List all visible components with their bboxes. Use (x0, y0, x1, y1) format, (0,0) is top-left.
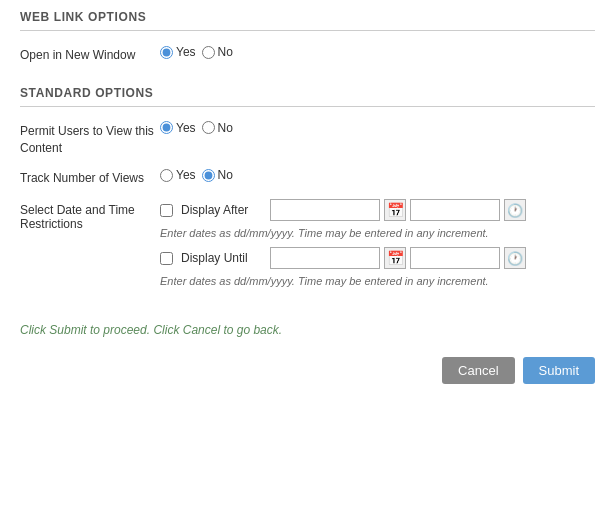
display-until-calendar-button[interactable]: 📅 (384, 247, 406, 269)
open-in-new-window-no-label: No (218, 45, 233, 59)
permit-users-label: Permit Users to View this Content (20, 121, 160, 157)
display-after-calendar-button[interactable]: 📅 (384, 199, 406, 221)
permit-users-radio-group: Yes No (160, 121, 233, 135)
open-in-new-window-no-radio[interactable] (202, 46, 215, 59)
permit-users-no-label: No (218, 121, 233, 135)
display-after-hint: Enter dates as dd/mm/yyyy. Time may be e… (160, 227, 526, 239)
track-views-radio-group: Yes No (160, 168, 233, 182)
display-after-date-input[interactable] (270, 199, 380, 221)
open-in-new-window-no-option[interactable]: No (202, 45, 233, 59)
date-restrictions-controls: Display After 📅 🕐 Enter dates as dd/mm/y… (160, 199, 526, 295)
display-until-date-input[interactable] (270, 247, 380, 269)
display-until-hint: Enter dates as dd/mm/yyyy. Time may be e… (160, 275, 526, 287)
permit-users-controls: Yes No (160, 121, 233, 135)
submit-hint: Click Submit to proceed. Click Cancel to… (0, 307, 615, 337)
track-views-no-radio[interactable] (202, 169, 215, 182)
display-until-clock-button[interactable]: 🕐 (504, 247, 526, 269)
display-after-clock-button[interactable]: 🕐 (504, 199, 526, 221)
clock-icon: 🕐 (507, 203, 523, 218)
calendar-icon: 📅 (387, 202, 404, 218)
display-after-label: Display After (181, 203, 266, 217)
display-after-time-input[interactable] (410, 199, 500, 221)
date-restrictions-row: Select Date and Time Restrictions Displa… (20, 199, 595, 295)
permit-users-no-option[interactable]: No (202, 121, 233, 135)
clock-icon-2: 🕐 (507, 251, 523, 266)
date-restrictions-label: Select Date and Time Restrictions (20, 199, 160, 231)
open-in-new-window-controls: Yes No (160, 45, 233, 59)
display-after-checkbox[interactable] (160, 204, 173, 217)
display-after-row: Display After 📅 🕐 (160, 199, 526, 221)
open-in-new-window-yes-option[interactable]: Yes (160, 45, 196, 59)
open-in-new-window-label: Open in New Window (20, 45, 160, 64)
track-views-no-label: No (218, 168, 233, 182)
permit-users-yes-option[interactable]: Yes (160, 121, 196, 135)
track-views-label: Track Number of Views (20, 168, 160, 187)
display-until-row: Display Until 📅 🕐 (160, 247, 526, 269)
track-views-controls: Yes No (160, 168, 233, 182)
open-in-new-window-yes-label: Yes (176, 45, 196, 59)
standard-options-section: STANDARD OPTIONS Permit Users to View th… (0, 76, 615, 295)
footer-buttons: Cancel Submit (0, 337, 615, 404)
display-until-checkbox[interactable] (160, 252, 173, 265)
track-views-yes-radio[interactable] (160, 169, 173, 182)
web-link-options-section: WEB LINK OPTIONS Open in New Window Yes … (0, 0, 615, 64)
display-until-time-input[interactable] (410, 247, 500, 269)
web-link-options-title: WEB LINK OPTIONS (20, 10, 595, 31)
calendar-icon-2: 📅 (387, 250, 404, 266)
track-views-yes-option[interactable]: Yes (160, 168, 196, 182)
permit-users-yes-label: Yes (176, 121, 196, 135)
open-in-new-window-row: Open in New Window Yes No (20, 45, 595, 64)
cancel-button[interactable]: Cancel (442, 357, 514, 384)
track-views-yes-label: Yes (176, 168, 196, 182)
submit-button[interactable]: Submit (523, 357, 595, 384)
permit-users-no-radio[interactable] (202, 121, 215, 134)
track-views-row: Track Number of Views Yes No (20, 168, 595, 187)
display-until-label: Display Until (181, 251, 266, 265)
track-views-no-option[interactable]: No (202, 168, 233, 182)
open-in-new-window-yes-radio[interactable] (160, 46, 173, 59)
display-until-block: Display Until 📅 🕐 Enter dates as dd/mm/y… (160, 247, 526, 287)
display-after-block: Display After 📅 🕐 Enter dates as dd/mm/y… (160, 199, 526, 239)
permit-users-row: Permit Users to View this Content Yes No (20, 121, 595, 157)
permit-users-yes-radio[interactable] (160, 121, 173, 134)
open-in-new-window-radio-group: Yes No (160, 45, 233, 59)
standard-options-title: STANDARD OPTIONS (20, 86, 595, 107)
